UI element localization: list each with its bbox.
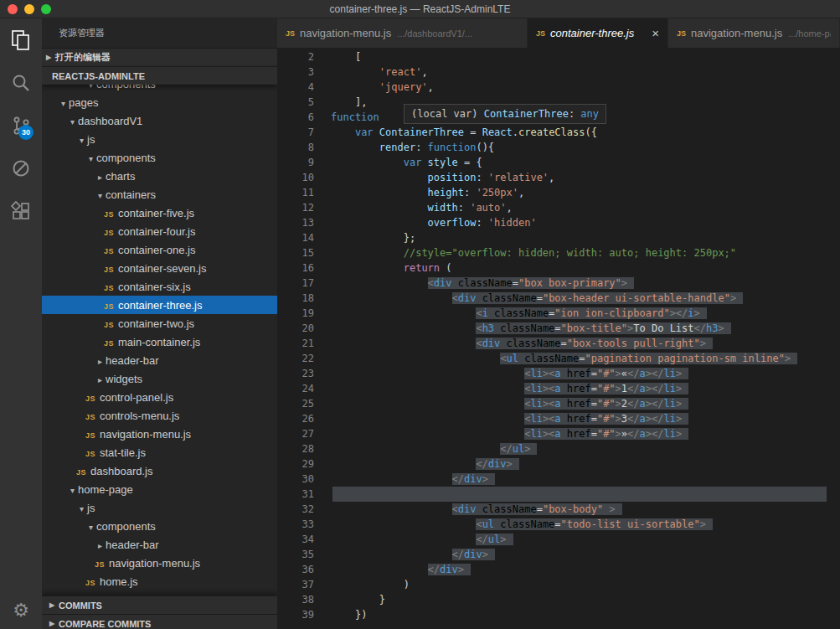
indent <box>331 594 379 606</box>
chevron-down-icon: ▾ <box>67 113 78 131</box>
tree-file-container-two.js[interactable]: JScontainer-two.js <box>42 314 277 333</box>
selection-highlight: <div className="box-body" > <box>452 503 622 515</box>
tree-item-label: container-seven.js <box>118 262 207 275</box>
line-number: 13 <box>277 215 314 230</box>
tree-folder-home-page[interactable]: ▾home-page <box>42 480 277 498</box>
code-line-13: 13 overflow: 'hidden' <box>277 215 840 230</box>
section-header-compare-commits[interactable]: ▶COMPARE COMMITS <box>42 614 277 629</box>
settings-gear-icon[interactable]: ⚙ <box>0 592 42 629</box>
tree-folder-components[interactable]: ▾components <box>42 85 277 93</box>
tree-file-main-container.js[interactable]: JSmain-container.js <box>42 333 277 351</box>
tree-file-control-panel.js[interactable]: JScontrol-panel.js <box>42 388 277 406</box>
line-number: 33 <box>277 517 314 532</box>
indent <box>331 126 355 138</box>
section-header-commits[interactable]: ▶COMMITS <box>42 595 277 614</box>
tree-file-home.js[interactable]: JShome.js <box>42 572 277 590</box>
tree-file-container-five.js[interactable]: JScontainer-five.js <box>42 204 277 222</box>
line-number: 24 <box>277 381 314 396</box>
indent <box>331 579 404 590</box>
tree-file-container-three.js[interactable]: JScontainer-three.js <box>42 296 277 314</box>
tab-navigation-menu.js[interactable]: JSnavigation-menu.js.../dashboardV1/... <box>277 18 528 48</box>
indent <box>331 247 404 259</box>
tree-folder-charts[interactable]: ▸charts <box>42 167 277 185</box>
tree-item-label: home-page <box>78 483 133 496</box>
open-editors-section-header[interactable]: ▶ 打开的编辑器 <box>42 48 277 66</box>
code-line-8: 8 render: function(){ <box>277 140 840 155</box>
titlebar: container-three.js — ReactJS-AdminLTE <box>0 0 840 18</box>
tree-file-stat-tile.js[interactable]: JSstat-tile.js <box>42 443 277 461</box>
chevron-down-icon: ▾ <box>58 95 69 113</box>
code-line-29: 29 </div> <box>277 456 840 472</box>
selection-highlight: </div> <box>452 473 495 485</box>
vscode-window: container-three.js — ReactJS-AdminLTE <box>0 0 840 629</box>
source-control-icon[interactable]: 30 <box>0 104 42 147</box>
tree-folder-header-bar[interactable]: ▸header-bar <box>42 351 277 369</box>
extensions-icon[interactable] <box>0 189 42 232</box>
code-line-9: 9 var style = { <box>277 155 840 170</box>
traffic-lights <box>0 4 51 14</box>
tree-file-container-one.js[interactable]: JScontainer-one.js <box>42 240 277 259</box>
code-lines: 2 [3 'react',4 'jquery',5 ],6function7 v… <box>277 48 840 622</box>
code-line-38: 38 } <box>277 592 840 607</box>
selection-highlight: <div className="box-header ui-sortable-h… <box>452 292 744 304</box>
line-number: 38 <box>277 592 314 607</box>
tab-title: navigation-menu.js <box>300 27 391 39</box>
code-line-17: 17 <div className="box box-primary"> <box>277 276 840 291</box>
indent <box>331 172 428 183</box>
selection-highlight: <div className="box box-primary"> <box>428 277 634 289</box>
code-line-3: 3 'react', <box>277 64 840 80</box>
tree-file-controls-menu.js[interactable]: JScontrols-menu.js <box>42 406 277 425</box>
line-number: 17 <box>277 276 314 291</box>
search-icon[interactable] <box>0 61 42 104</box>
indent <box>331 232 404 244</box>
line-number: 6 <box>277 110 314 125</box>
close-icon[interactable]: × <box>645 27 659 39</box>
tab-container-three.js[interactable]: JScontainer-three.js× <box>528 18 668 48</box>
indent <box>331 292 452 304</box>
tree-file-navigation-menu.js[interactable]: JSnavigation-menu.js <box>42 425 277 443</box>
tree-file-container-four.js[interactable]: JScontainer-four.js <box>42 222 277 240</box>
tree-folder-components[interactable]: ▾components <box>42 517 277 535</box>
selection-highlight: <div className="box-tools pull-right"> <box>476 338 713 349</box>
code-editor[interactable]: 2 [3 'react',4 'jquery',5 ],6function7 v… <box>277 48 840 629</box>
selection-highlight: </div> <box>428 564 471 575</box>
tree-item-label: containers <box>106 188 156 201</box>
close-window-button[interactable] <box>8 4 18 14</box>
minimize-window-button[interactable] <box>24 4 34 14</box>
tree-folder-pages[interactable]: ▾pages <box>42 93 277 111</box>
js-file-icon: JS <box>95 555 109 574</box>
line-number: 14 <box>277 230 314 245</box>
indent <box>331 473 452 485</box>
tree-folder-js[interactable]: ▾js <box>42 498 277 517</box>
line-number: 32 <box>277 502 314 517</box>
tree-file-navigation-menu.js[interactable]: JSnavigation-menu.js <box>42 554 277 572</box>
chevron-right-icon: ▸ <box>95 168 106 187</box>
activity-bar: 30 ⚙ <box>0 18 42 629</box>
tree-folder-widgets[interactable]: ▸widgets <box>42 369 277 388</box>
chevron-down-icon: ▾ <box>76 131 87 150</box>
selection-highlight: <h3 className="box-title">To Do List</h3… <box>476 322 730 334</box>
tree-folder-js[interactable]: ▾js <box>42 130 277 148</box>
tree-file-container-six.js[interactable]: JScontainer-six.js <box>42 277 277 296</box>
code-line-35: 35 </div> <box>277 547 840 562</box>
indent <box>331 187 428 198</box>
explorer-icon[interactable] <box>0 18 42 61</box>
js-file-icon: JS <box>85 574 100 592</box>
tree-folder-header-bar[interactable]: ▸header-bar <box>42 535 277 554</box>
tree-file-container-seven.js[interactable]: JScontainer-seven.js <box>42 259 277 277</box>
tab-description: .../dashboardV1/... <box>397 28 472 39</box>
js-file-icon: JS <box>104 224 118 242</box>
tree-folder-containers[interactable]: ▾containers <box>42 185 277 204</box>
tree-folder-components[interactable]: ▾components <box>42 148 277 167</box>
tree-item-label: components <box>96 520 156 533</box>
line-number: 4 <box>277 80 314 95</box>
tree-folder-dashboardV1[interactable]: ▾dashboardV1 <box>42 111 277 130</box>
tree-file-dashboard.js[interactable]: JSdashboard.js <box>42 461 277 480</box>
project-section-header[interactable]: REACTJS-ADMINLTE <box>42 66 277 85</box>
selection-highlight: <li><a href="#">2</a></li> <box>524 398 688 410</box>
tab-navigation-menu.js[interactable]: JSnavigation-menu.js.../home-page/... <box>668 18 840 48</box>
debug-icon[interactable] <box>0 147 42 189</box>
zoom-window-button[interactable] <box>41 4 51 14</box>
indent <box>331 217 428 229</box>
code-line-33: 33 <ul className="todo-list ui-sortable"… <box>277 517 840 532</box>
